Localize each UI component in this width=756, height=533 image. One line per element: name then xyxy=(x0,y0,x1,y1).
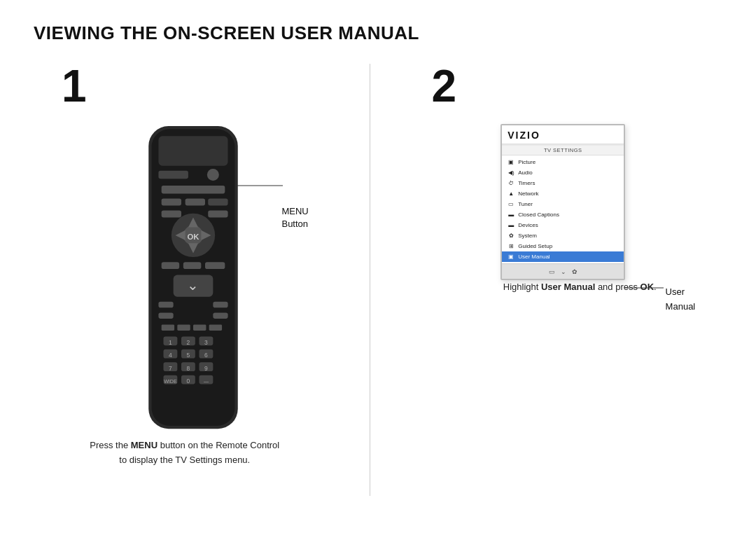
svg-rect-28 xyxy=(177,324,190,330)
menu-item-timers: ⏱ Timers xyxy=(502,178,624,188)
user-manual-callout-label: User Manual xyxy=(666,285,696,314)
svg-text:4: 4 xyxy=(169,352,172,359)
svg-rect-3 xyxy=(158,171,188,179)
tv-menu-list: ▣ Picture ◀) Audio ⏱ Timers ▲ Network xyxy=(502,155,624,263)
svg-rect-10 xyxy=(208,210,227,217)
step2-number: 2 xyxy=(432,64,457,109)
svg-rect-26 xyxy=(213,312,227,318)
svg-text:OK: OK xyxy=(187,233,200,241)
user-manual-icon: ▣ xyxy=(507,254,514,261)
svg-rect-7 xyxy=(185,198,204,205)
svg-rect-29 xyxy=(193,324,206,330)
footer-icon-down: ⌄ xyxy=(561,268,566,275)
menu-item-guided-setup-label: Guided Setup xyxy=(518,243,552,249)
svg-rect-18 xyxy=(161,262,178,269)
menu-item-closed-captions-label: Closed Captions xyxy=(518,212,559,218)
remote-control-image: OK ⌄ xyxy=(134,121,253,438)
svg-rect-6 xyxy=(161,198,181,205)
svg-text:9: 9 xyxy=(204,365,208,372)
menu-item-tuner-label: Tuner xyxy=(518,201,533,207)
picture-icon: ▣ xyxy=(507,159,514,166)
menu-item-picture: ▣ Picture xyxy=(502,157,624,167)
svg-text:5: 5 xyxy=(186,352,190,359)
menu-item-picture-label: Picture xyxy=(518,159,536,165)
menu-button-label: MENU Button xyxy=(281,205,308,230)
step1-number: 1 xyxy=(62,64,87,109)
step1-caption: Press the MENU button on the Remote Cont… xyxy=(90,438,296,496)
svg-text:⌄: ⌄ xyxy=(187,277,199,293)
svg-rect-20 xyxy=(205,262,225,269)
menu-item-tuner: ▭ Tuner xyxy=(502,199,624,209)
vizio-logo: VIZIO xyxy=(507,130,618,141)
user-manual-arrow xyxy=(625,282,667,293)
tuner-icon: ▭ xyxy=(507,201,514,208)
svg-text:—: — xyxy=(204,379,209,385)
network-icon: ▲ xyxy=(507,191,514,198)
svg-rect-23 xyxy=(158,302,173,307)
svg-rect-2 xyxy=(158,136,227,165)
tv-header: VIZIO xyxy=(502,125,624,144)
audio-icon: ◀) xyxy=(507,169,514,176)
svg-rect-9 xyxy=(161,210,181,217)
remote-wrapper: OK ⌄ xyxy=(134,121,253,438)
svg-text:1: 1 xyxy=(169,339,172,346)
step2-column: 2 VIZIO TV SETTINGS ▣ Picture ◀) Audio xyxy=(370,64,723,496)
step1-column: 1 xyxy=(34,64,370,496)
menu-button-arrow xyxy=(237,179,286,193)
svg-rect-5 xyxy=(161,186,225,193)
svg-text:0: 0 xyxy=(186,378,190,385)
svg-rect-19 xyxy=(183,262,201,269)
svg-text:6: 6 xyxy=(204,352,208,359)
menu-item-audio-label: Audio xyxy=(518,169,532,176)
menu-item-user-manual: ▣ User Manual xyxy=(502,251,624,262)
menu-item-user-manual-label: User Manual xyxy=(518,254,550,260)
svg-text:WIDE: WIDE xyxy=(164,379,177,385)
menu-item-devices-label: Devices xyxy=(518,222,538,228)
timers-icon: ⏱ xyxy=(507,180,514,187)
menu-item-network-label: Network xyxy=(518,191,538,197)
svg-point-4 xyxy=(207,169,219,181)
tv-settings-label: TV SETTINGS xyxy=(502,146,624,155)
closed-captions-icon: ▬ xyxy=(507,212,514,219)
menu-item-guided-setup: ⊞ Guided Setup xyxy=(502,241,624,251)
menu-item-audio: ◀) Audio xyxy=(502,167,624,178)
svg-text:8: 8 xyxy=(186,365,190,372)
svg-rect-8 xyxy=(208,198,227,205)
menu-item-devices: ▬ Devices xyxy=(502,220,624,230)
guided-setup-icon: ⊞ xyxy=(507,243,514,250)
footer-icon-screen: ▭ xyxy=(549,268,555,275)
menu-item-system: ✿ System xyxy=(502,230,624,241)
tv-footer: ▭ ⌄ ✿ xyxy=(502,263,624,279)
svg-rect-25 xyxy=(158,312,173,318)
devices-icon: ▬ xyxy=(507,222,514,229)
svg-text:3: 3 xyxy=(204,339,208,346)
menu-item-timers-label: Timers xyxy=(518,180,535,186)
svg-rect-24 xyxy=(213,302,227,307)
svg-rect-27 xyxy=(161,324,174,330)
svg-rect-30 xyxy=(209,324,221,330)
svg-text:2: 2 xyxy=(186,339,190,346)
menu-item-network: ▲ Network xyxy=(502,188,624,199)
menu-item-system-label: System xyxy=(518,233,537,239)
page-title: VIEWING THE ON-SCREEN USER MANUAL xyxy=(34,22,722,44)
tv-screen-wrapper: VIZIO TV SETTINGS ▣ Picture ◀) Audio ⏱ T… xyxy=(500,124,625,280)
tv-screen: VIZIO TV SETTINGS ▣ Picture ◀) Audio ⏱ T… xyxy=(500,124,625,280)
step2-caption: Highlight User Manual and press OK. xyxy=(470,280,657,496)
svg-text:7: 7 xyxy=(169,365,172,372)
menu-item-closed-captions: ▬ Closed Captions xyxy=(502,209,624,220)
footer-icon-gear: ✿ xyxy=(572,268,578,275)
system-icon: ✿ xyxy=(507,233,514,240)
